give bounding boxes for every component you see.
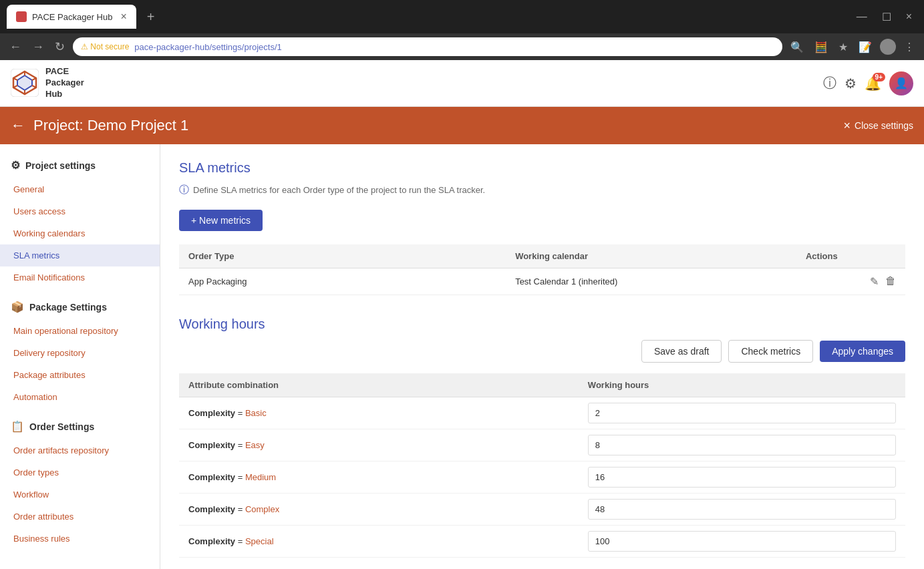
cell-working-hours (579, 429, 905, 461)
cell-working-hours (579, 397, 905, 429)
working-hours-table: Attribute combination Working hours Comp… (179, 373, 905, 558)
new-metrics-label: + New metrics (191, 215, 251, 226)
order-settings-header: 📋 Order Settings (0, 413, 160, 439)
reload-button[interactable]: ↻ (52, 37, 67, 57)
sidebar-item-package-attributes[interactable]: Package attributes (0, 364, 160, 386)
forward-button[interactable]: → (29, 37, 47, 57)
save-as-draft-button[interactable]: Save as draft (641, 340, 722, 363)
more-options-icon[interactable]: ⋮ (901, 38, 917, 56)
sidebar-item-sla-metrics[interactable]: SLA metrics (0, 244, 160, 266)
tab-title: PACE Packager Hub (32, 12, 112, 22)
sidebar-item-main-operational-repository[interactable]: Main operational repository (0, 320, 160, 342)
sidebar-item-business-rules[interactable]: Business rules (0, 528, 160, 550)
sidebar-item-order-artifacts-repository[interactable]: Order artifacts repository (0, 439, 160, 461)
new-tab-button[interactable]: + (142, 7, 160, 27)
working-hours-input[interactable] (588, 531, 896, 552)
delete-icon[interactable]: 🗑 (885, 275, 896, 288)
wh-table-row: Complexity = Basic (179, 397, 905, 429)
sidebar-item-delivery-repository[interactable]: Delivery repository (0, 342, 160, 364)
window-controls: — ☐ × (851, 9, 917, 25)
attr-value: Medium (245, 472, 276, 482)
user-avatar[interactable]: 👤 (889, 71, 913, 96)
cell-working-hours (579, 526, 905, 558)
working-hours-input[interactable] (588, 499, 896, 520)
col-header-actions: Actions (796, 244, 905, 268)
metrics-table-header: Order Type Working calendar Actions (179, 244, 905, 268)
window-maximize-button[interactable]: ☐ (877, 9, 897, 25)
col-header-hours: Working hours (579, 373, 905, 397)
info-icon: ⓘ (179, 184, 189, 196)
sla-metrics-table: Order Type Working calendar Actions App … (179, 244, 905, 295)
sidebar-item-order-attributes[interactable]: Order attributes (0, 506, 160, 528)
sidebar-item-working-calendars[interactable]: Working calendars (0, 222, 160, 244)
close-settings-button[interactable]: × Close settings (844, 119, 913, 133)
check-metrics-button[interactable]: Check metrics (728, 340, 813, 363)
new-metrics-button[interactable]: + New metrics (179, 210, 263, 231)
attr-value: Easy (245, 440, 265, 450)
attr-equals: = (238, 440, 245, 450)
order-settings-label: Order Settings (29, 421, 94, 432)
sidebar-item-email-notifications[interactable]: Email Notifications (0, 266, 160, 289)
back-to-projects-button[interactable]: ← (11, 117, 25, 134)
notifications-icon[interactable]: 🔔 9+ (865, 75, 881, 91)
search-icon[interactable]: 🔍 (788, 38, 806, 56)
sla-section-title: SLA metrics (179, 160, 905, 176)
close-settings-label: Close settings (855, 120, 913, 131)
notification-badge: 9+ (873, 73, 885, 81)
attr-value: Complex (245, 504, 279, 514)
attr-value: Basic (245, 408, 267, 418)
apply-changes-button[interactable]: Apply changes (820, 341, 905, 362)
cell-attr-combination: Complexity = Special (179, 526, 579, 558)
cell-attr-combination: Complexity = Medium (179, 461, 579, 494)
extensions-icon[interactable]: 🧮 (812, 38, 830, 56)
working-hours-title: Working hours (179, 317, 905, 332)
col-header-calendar: Working calendar (506, 244, 796, 268)
app-body: ⚙ Project settings General Users access … (0, 144, 924, 569)
attr-name: Complexity (188, 504, 235, 514)
address-bar[interactable]: ⚠ Not secure pace-packager-hub/settings/… (73, 37, 782, 56)
wh-table-row: Complexity = Special (179, 526, 905, 558)
cell-attr-combination: Complexity = Basic (179, 397, 579, 429)
sla-info-message: Define SLA metrics for each Order type o… (193, 185, 485, 195)
wh-table-row: Complexity = Easy (179, 429, 905, 461)
working-hours-input[interactable] (588, 435, 896, 455)
logo-icon (11, 69, 39, 97)
working-hours-actions: Save as draft Check metrics Apply change… (179, 340, 905, 363)
main-content: SLA metrics ⓘ Define SLA metrics for eac… (160, 144, 924, 569)
working-hours-input[interactable] (588, 403, 896, 423)
app-logo: PACE Packager Hub (11, 66, 84, 100)
order-settings-section: 📋 Order Settings Order artifacts reposit… (0, 413, 160, 550)
help-icon[interactable]: ⓘ (823, 74, 836, 92)
app-name: PACE Packager Hub (45, 66, 84, 100)
sidebar-item-automation[interactable]: Automation (0, 386, 160, 408)
browser-chrome: PACE Packager Hub × + — ☐ × (0, 0, 924, 33)
window-minimize-button[interactable]: — (851, 9, 873, 25)
table-row: App Packaging Test Calendar 1 (inherited… (179, 268, 905, 295)
working-hours-input[interactable] (588, 467, 896, 488)
browser-controls: ← → ↻ ⚠ Not secure pace-packager-hub/set… (0, 33, 924, 60)
project-settings-section: ⚙ Project settings General Users access … (0, 152, 160, 289)
project-settings-icon: ⚙ (11, 159, 20, 172)
favorites-icon[interactable]: ★ (836, 38, 851, 56)
sidebar-item-workflow[interactable]: Workflow (0, 484, 160, 506)
package-settings-icon: 📦 (11, 301, 24, 313)
attr-name: Complexity (188, 408, 235, 418)
collections-icon[interactable]: 📝 (856, 38, 875, 56)
security-warning: ⚠ Not secure (81, 42, 129, 51)
attr-equals: = (238, 408, 245, 418)
sidebar-item-users-access[interactable]: Users access (0, 200, 160, 222)
edit-icon[interactable]: ✎ (870, 275, 879, 288)
tab-close-button[interactable]: × (120, 11, 126, 23)
browser-tab[interactable]: PACE Packager Hub × (7, 5, 136, 29)
back-button[interactable]: ← (7, 37, 24, 57)
sidebar-item-order-types[interactable]: Order types (0, 461, 160, 484)
settings-icon[interactable]: ⚙ (844, 75, 857, 91)
attr-name: Complexity (188, 472, 235, 482)
browser-profile-avatar[interactable] (880, 39, 896, 55)
attr-equals: = (238, 536, 245, 546)
sidebar-item-general[interactable]: General (0, 178, 160, 200)
header-actions: ⓘ ⚙ 🔔 9+ 👤 (823, 71, 913, 96)
window-close-button[interactable]: × (901, 9, 917, 25)
project-settings-header: ⚙ Project settings (0, 152, 160, 178)
tab-favicon (16, 11, 27, 22)
